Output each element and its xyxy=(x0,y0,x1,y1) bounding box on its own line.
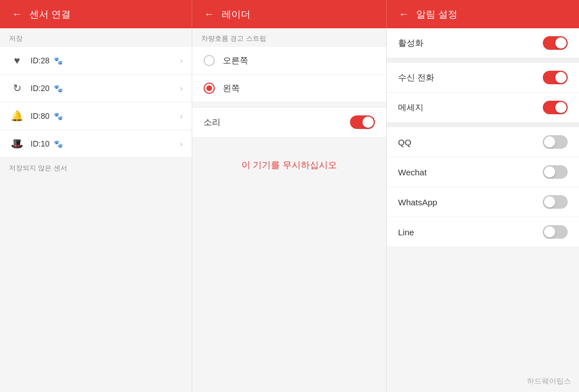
toggle-wechat[interactable] xyxy=(543,165,568,179)
sensor-id-28: ID:28 xyxy=(31,56,49,65)
alert-row-wechat: Wechat xyxy=(387,157,579,187)
sensor-paw-20: 🐾 xyxy=(54,84,63,93)
toggle-call[interactable] xyxy=(543,71,568,84)
header-panel-alert: 알림 설정 xyxy=(387,0,579,28)
sound-toggle[interactable] xyxy=(350,115,375,129)
toggle-activate[interactable] xyxy=(543,36,568,50)
sensor-info-10: ID:10 🐾 xyxy=(31,139,180,148)
toggle-thumb-sound xyxy=(362,117,374,128)
alert-label-whatsapp: WhatsApp xyxy=(398,197,543,207)
chevron-icon-10: › xyxy=(180,139,183,148)
toggle-thumb-qq xyxy=(544,136,555,148)
back-button-radar[interactable] xyxy=(204,8,215,20)
chevron-icon-80: › xyxy=(180,111,183,120)
direction-radio-group: 오른쪽 왼쪽 xyxy=(192,47,386,102)
sensor-info-80: ID:80 🐾 xyxy=(31,111,180,120)
toggle-whatsapp[interactable] xyxy=(543,195,568,209)
alert-settings-panel: 활성화 수신 전화 메세지 QQ Wechat xyxy=(387,28,579,392)
alert-row-qq: QQ xyxy=(387,127,579,157)
alert-row-whatsapp: WhatsApp xyxy=(387,187,579,217)
back-button-alert[interactable] xyxy=(398,8,409,20)
toggle-qq[interactable] xyxy=(543,135,568,149)
alert-row-activate: 활성화 xyxy=(387,28,579,58)
radio-label-left: 왼쪽 xyxy=(223,83,240,94)
sensor-item-80[interactable]: 🔔 ID:80 🐾 › xyxy=(0,102,192,130)
app-header: 센서 연결 레이더 알림 설정 xyxy=(0,0,579,28)
sound-row: 소리 xyxy=(192,107,386,137)
toggle-thumb-line xyxy=(544,226,555,238)
sensor-info-28: ID:28 🐾 xyxy=(31,56,180,65)
ignore-text: 이 기기를 무시하십시오 xyxy=(192,137,386,194)
alert-label-qq: QQ xyxy=(398,137,543,147)
toggle-message[interactable] xyxy=(543,101,568,114)
alert-label-line: Line xyxy=(398,227,543,237)
alert-label-message: 메세지 xyxy=(398,102,543,113)
sensor-item-20[interactable]: ↻ ID:20 🐾 › xyxy=(0,75,192,102)
sensor-info-20: ID:20 🐾 xyxy=(31,84,180,93)
main-content: 저장 ♥ ID:28 🐾 › ↻ ID:20 🐾 › 🔔 ID:80 🐾 › xyxy=(0,28,579,392)
sensor-id-80: ID:80 xyxy=(31,111,49,120)
toggle-thumb-whatsapp xyxy=(544,196,555,208)
alert-label-activate: 활성화 xyxy=(398,38,543,49)
toggle-line[interactable] xyxy=(543,225,568,239)
toggle-thumb-activate xyxy=(555,37,567,49)
sensor-item-10[interactable]: 🎩 ID:10 🐾 › xyxy=(0,130,192,158)
sensor-icon-circle: ↻ xyxy=(9,80,25,96)
toggle-thumb-message xyxy=(555,102,567,113)
chevron-icon-20: › xyxy=(180,84,183,93)
sensor-id-10: ID:10 xyxy=(31,139,49,148)
alert-label-call: 수신 전화 xyxy=(398,72,543,83)
sensor-icon-hat: 🎩 xyxy=(9,136,25,152)
radio-label-right: 오른쪽 xyxy=(223,55,248,66)
alert-label-wechat: Wechat xyxy=(398,167,543,177)
toggle-thumb-call xyxy=(555,72,567,83)
header-panel-radar: 레이더 xyxy=(192,0,387,28)
sensor-id-20: ID:20 xyxy=(31,84,49,93)
watermark: 하드웨어팁스 xyxy=(527,376,571,386)
back-button-sensor[interactable] xyxy=(11,8,23,20)
alert-row-call: 수신 전화 xyxy=(387,63,579,93)
header-title-alert: 알림 설정 xyxy=(416,8,457,21)
header-panel-sensor: 센서 연결 xyxy=(0,0,192,28)
divider-1 xyxy=(387,58,579,63)
header-title-sensor: 센서 연결 xyxy=(29,8,71,21)
sensor-paw-10: 🐾 xyxy=(54,140,63,148)
saved-section-label: 저장 xyxy=(0,28,192,47)
sensor-item-28[interactable]: ♥ ID:28 🐾 › xyxy=(0,47,192,75)
radio-left[interactable]: 왼쪽 xyxy=(192,75,386,102)
header-title-radar: 레이더 xyxy=(222,8,250,21)
unsaved-section-label: 저장되지 않은 센서 xyxy=(0,158,192,176)
radar-panel: 차량호름 경고 스트립 오른쪽 왼쪽 소리 이 기기를 무시하십시오 xyxy=(192,28,387,392)
radio-right[interactable]: 오른쪽 xyxy=(192,47,386,75)
sensor-paw-28: 🐾 xyxy=(54,57,63,65)
divider-2 xyxy=(387,123,579,127)
radar-section-label: 차량호름 경고 스트립 xyxy=(192,28,386,47)
radio-circle-right xyxy=(204,55,215,66)
sensor-panel: 저장 ♥ ID:28 🐾 › ↻ ID:20 🐾 › 🔔 ID:80 🐾 › xyxy=(0,28,192,392)
alert-row-message: 메세지 xyxy=(387,93,579,123)
sound-label: 소리 xyxy=(204,117,350,128)
sensor-icon-heart: ♥ xyxy=(9,53,25,68)
sensor-icon-bell: 🔔 xyxy=(9,108,25,124)
radio-circle-left xyxy=(204,83,215,94)
chevron-icon-28: › xyxy=(180,56,183,65)
toggle-thumb-wechat xyxy=(544,166,555,178)
sensor-paw-80: 🐾 xyxy=(54,112,63,120)
alert-row-line: Line xyxy=(387,217,579,247)
